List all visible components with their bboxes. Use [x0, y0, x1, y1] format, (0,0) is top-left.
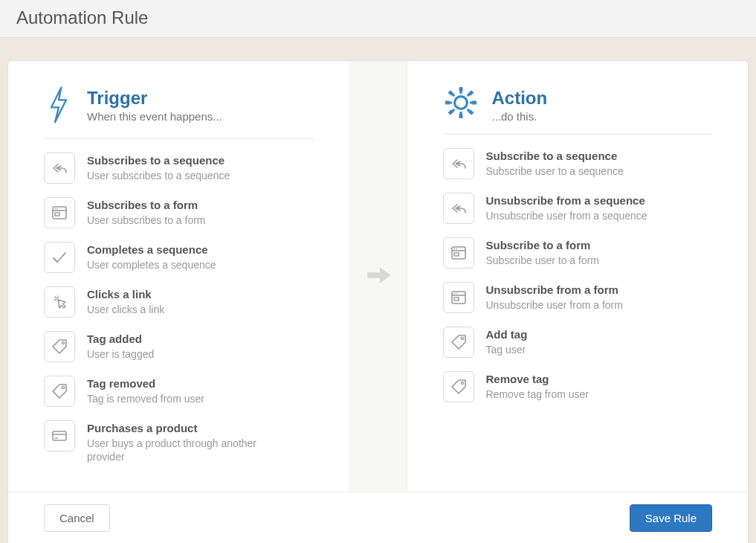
item-title: Add tag: [486, 328, 528, 341]
item-title: Tag added: [87, 332, 154, 346]
reply-icon: [443, 193, 474, 224]
tag-icon: [44, 376, 75, 407]
trigger-item-tag-removed[interactable]: Tag removed Tag is removed from user: [44, 376, 314, 407]
item-desc: Unsubscribe user from a sequence: [486, 209, 647, 222]
item-desc: Unsubscribe user from a form: [486, 298, 623, 312]
rule-card: Trigger When this event happens... Subsc…: [7, 60, 749, 543]
action-item-unsubscribe-sequence[interactable]: Unsubscribe from a sequence Unsubscribe …: [443, 193, 713, 224]
item-desc: Subscribe user to a sequence: [486, 164, 624, 178]
columns-divider: [349, 61, 407, 492]
item-title: Unsubscribe from a sequence: [486, 194, 647, 208]
item-title: Subscribe to a sequence: [486, 150, 624, 163]
tag-icon: [443, 327, 474, 358]
reply-icon: [443, 148, 474, 179]
item-title: Unsubscribe from a form: [486, 283, 623, 297]
svg-rect-10: [472, 101, 476, 105]
item-desc: User clicks a link: [87, 303, 164, 316]
form-icon: [443, 282, 474, 313]
item-title: Tag removed: [87, 377, 204, 391]
action-item-unsubscribe-form[interactable]: Unsubscribe from a form Unsubscribe user…: [443, 282, 713, 313]
item-desc: User buys a product through another prov…: [87, 437, 295, 463]
trigger-item-tag-added[interactable]: Tag added User is tagged: [44, 331, 314, 362]
trigger-column: Trigger When this event happens... Subsc…: [8, 61, 349, 492]
action-title: Action: [492, 89, 548, 107]
trigger-title: Trigger: [87, 89, 222, 107]
lightning-icon: [44, 85, 74, 128]
svg-point-6: [454, 97, 467, 109]
item-title: Purchases a product: [87, 422, 295, 435]
item-desc: User subscribes to a sequence: [87, 169, 230, 182]
item-desc: Tag user: [486, 343, 528, 356]
save-rule-button[interactable]: Save Rule: [630, 504, 712, 532]
arrow-right-icon: [362, 259, 395, 295]
action-header: Action ...do this.: [443, 85, 713, 135]
item-desc: Tag is removed from user: [87, 392, 204, 405]
item-title: Subscribe to a form: [486, 239, 600, 252]
trigger-item-subscribes-form[interactable]: Subscribes to a form User subscribes to …: [44, 197, 314, 228]
trigger-item-clicks-link[interactable]: Clicks a link User clicks a link: [44, 286, 314, 318]
trigger-item-purchases-product[interactable]: Purchases a product User buys a product …: [44, 420, 314, 463]
action-subtitle: ...do this.: [492, 110, 548, 123]
cancel-button[interactable]: Cancel: [44, 504, 110, 532]
svg-rect-7: [459, 87, 462, 91]
page-title: Automation Rule: [16, 7, 740, 28]
item-title: Subscribes to a form: [87, 199, 206, 212]
svg-rect-8: [459, 114, 462, 118]
credit-card-icon: [44, 420, 75, 452]
item-desc: Subscribe user to a form: [486, 254, 600, 267]
item-title: Clicks a link: [87, 288, 164, 301]
form-icon: [443, 237, 474, 269]
gear-icon: [443, 85, 479, 123]
trigger-item-completes-sequence[interactable]: Completes a sequence User completes a se…: [44, 242, 314, 273]
form-icon: [44, 197, 75, 228]
trigger-subtitle: When this event happens...: [87, 110, 222, 123]
item-desc: User completes a sequence: [87, 258, 216, 272]
action-column: Action ...do this. Subscribe to a sequen…: [407, 61, 749, 492]
click-icon: [44, 286, 75, 318]
action-item-subscribe-form[interactable]: Subscribe to a form Subscribe user to a …: [443, 237, 713, 269]
item-title: Subscribes to a sequence: [87, 154, 230, 167]
item-desc: User is tagged: [87, 347, 154, 361]
svg-rect-9: [445, 101, 450, 105]
tag-icon: [44, 331, 75, 362]
card-footer: Cancel Save Rule: [8, 492, 748, 543]
trigger-header: Trigger When this event happens...: [44, 85, 314, 139]
item-title: Remove tag: [486, 373, 589, 386]
trigger-item-subscribes-sequence[interactable]: Subscribes to a sequence User subscribes…: [44, 152, 314, 184]
page-header: Automation Rule: [0, 0, 756, 38]
tag-icon: [443, 371, 474, 402]
check-icon: [44, 242, 75, 273]
reply-icon: [44, 152, 75, 184]
item-desc: Remove tag from user: [486, 388, 589, 401]
item-desc: User subscribes to a form: [87, 213, 206, 227]
action-item-add-tag[interactable]: Add tag Tag user: [443, 327, 713, 358]
item-title: Completes a sequence: [87, 243, 216, 257]
action-item-remove-tag[interactable]: Remove tag Remove tag from user: [443, 371, 713, 402]
action-item-subscribe-sequence[interactable]: Subscribe to a sequence Subscribe user t…: [443, 148, 713, 179]
